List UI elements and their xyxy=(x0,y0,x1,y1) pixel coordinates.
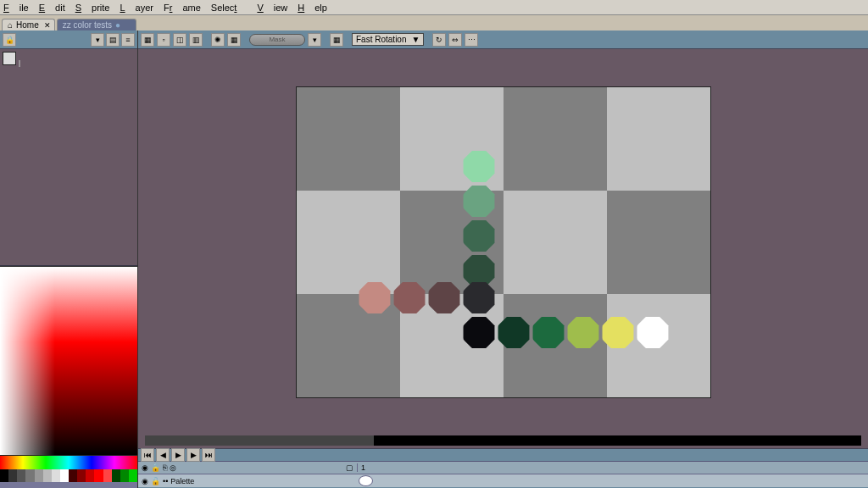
tab-home[interactable]: ⌂ Home ✕ xyxy=(2,19,55,30)
swatch[interactable] xyxy=(69,469,77,482)
swatch-row xyxy=(0,469,137,482)
swatch[interactable] xyxy=(8,469,17,482)
palette-toolbar: 🔒 ▾ ▤ ≡ xyxy=(0,30,137,49)
scroll-thumb[interactable] xyxy=(145,435,374,446)
swatch[interactable] xyxy=(86,469,94,482)
brush-icon[interactable]: ✺ xyxy=(211,33,225,47)
menu-icon[interactable]: ≡ xyxy=(121,33,135,47)
home-icon: ⌂ xyxy=(8,20,13,30)
swatch[interactable] xyxy=(35,469,43,482)
menu-layer[interactable]: Layer xyxy=(120,3,153,13)
timeline-layer-row[interactable]: ◉ 🔓 •• Palette xyxy=(138,474,868,487)
frame-number[interactable]: 1 xyxy=(357,463,369,472)
swatch[interactable] xyxy=(17,469,25,482)
tab-active-file[interactable]: zz color tests ● xyxy=(57,19,136,30)
tool-icon[interactable]: ▥ xyxy=(189,33,203,47)
hue-slider[interactable] xyxy=(0,455,137,469)
rotate-icon[interactable]: ↻ xyxy=(432,33,446,47)
lock-icon[interactable]: 🔒 xyxy=(151,463,160,472)
dirty-indicator: ● xyxy=(115,20,120,30)
tab-label: zz color tests xyxy=(63,20,112,30)
canvas-area xyxy=(138,49,868,448)
menu-sprite[interactable]: Sprite xyxy=(75,3,110,13)
close-icon[interactable]: ✕ xyxy=(44,21,51,30)
menu-view[interactable]: View xyxy=(257,3,287,13)
menu-edit[interactable]: Edit xyxy=(39,3,65,13)
swatch[interactable] xyxy=(60,469,69,482)
flip-icon[interactable]: ⇔ xyxy=(448,33,462,47)
menu-select[interactable]: Select xyxy=(211,3,248,13)
swatch[interactable] xyxy=(43,469,52,482)
mask-menu-icon[interactable]: ▾ xyxy=(308,33,321,47)
menu-bar: FFileile Edit Sprite Layer Frame Select … xyxy=(0,0,868,15)
swatch[interactable] xyxy=(120,469,129,482)
menu-frame[interactable]: Frame xyxy=(164,3,201,13)
timeline-header: ◉ 🔒 ⎘ ◎ ▢ 1 xyxy=(138,462,868,474)
play-button[interactable]: ▶ xyxy=(171,448,185,462)
lock-icon[interactable]: 🔒 xyxy=(3,33,16,47)
swatch[interactable] xyxy=(25,469,34,482)
swatch[interactable] xyxy=(77,469,86,482)
tool-icon[interactable]: ▦ xyxy=(141,33,154,47)
swatch[interactable] xyxy=(94,469,103,482)
context-toolbar: ▦ ▫ ◫ ▥ ✺ ▦ Mask ▾ ▦ Fast Rotation ▼ ↻ ⇔… xyxy=(138,30,868,49)
sprite-canvas[interactable] xyxy=(296,86,711,398)
grid-icon[interactable]: ▦ xyxy=(330,33,343,47)
current-swatch[interactable] xyxy=(3,52,16,65)
link-icon[interactable]: •• xyxy=(163,477,168,485)
last-frame-button[interactable]: ⏭ xyxy=(202,448,215,462)
rotation-dropdown[interactable]: Fast Rotation ▼ xyxy=(352,33,424,46)
mask-dropdown[interactable]: Mask xyxy=(249,34,305,46)
color-picker-gradient[interactable] xyxy=(0,266,137,455)
rotation-label: Fast Rotation xyxy=(356,35,406,44)
cel[interactable] xyxy=(359,475,373,486)
palette-cursor: ‖ xyxy=(18,59,21,67)
first-frame-button[interactable]: ⏮ xyxy=(141,448,154,462)
next-frame-button[interactable]: ▶ xyxy=(186,448,200,462)
chevron-down-icon: ▼ xyxy=(411,35,420,44)
tool-icon[interactable]: ◫ xyxy=(173,33,186,47)
more-icon[interactable]: ⋯ xyxy=(465,33,478,47)
left-sidebar: 🔒 ▾ ▤ ≡ ‖ xyxy=(0,30,138,488)
palette-panel: ‖ xyxy=(0,49,137,266)
timeline-panel: ⏮ ◀ ▶ ▶ ⏭ ◉ 🔒 ⎘ ◎ ▢ 1 ◉ xyxy=(138,448,868,488)
add-layer-icon[interactable]: ▢ xyxy=(346,463,353,472)
swatch[interactable] xyxy=(112,469,120,482)
tool-icon[interactable]: ▫ xyxy=(157,33,170,47)
menu-help[interactable]: Help xyxy=(298,3,327,13)
link-icon[interactable]: ⎘ xyxy=(163,463,167,472)
swatch[interactable] xyxy=(129,469,137,482)
swatch[interactable] xyxy=(52,469,60,482)
sort-down-icon[interactable]: ▾ xyxy=(91,33,104,47)
horizontal-scrollbar[interactable] xyxy=(145,435,861,446)
tab-label: Home xyxy=(16,20,39,30)
options-icon[interactable]: ▤ xyxy=(106,33,120,47)
lock-icon[interactable]: 🔓 xyxy=(151,477,160,485)
swatch[interactable] xyxy=(0,469,8,482)
swatch[interactable] xyxy=(103,469,112,482)
eye-icon[interactable]: ◉ xyxy=(142,477,148,485)
menu-file[interactable]: FFileile xyxy=(3,3,29,13)
dither-icon[interactable]: ▦ xyxy=(227,33,241,47)
target-icon[interactable]: ◎ xyxy=(170,463,176,472)
prev-frame-button[interactable]: ◀ xyxy=(156,448,170,462)
tab-bar: ⌂ Home ✕ zz color tests ● xyxy=(0,15,868,30)
eye-icon[interactable]: ◉ xyxy=(142,463,148,472)
layer-name[interactable]: Palette xyxy=(170,477,194,485)
